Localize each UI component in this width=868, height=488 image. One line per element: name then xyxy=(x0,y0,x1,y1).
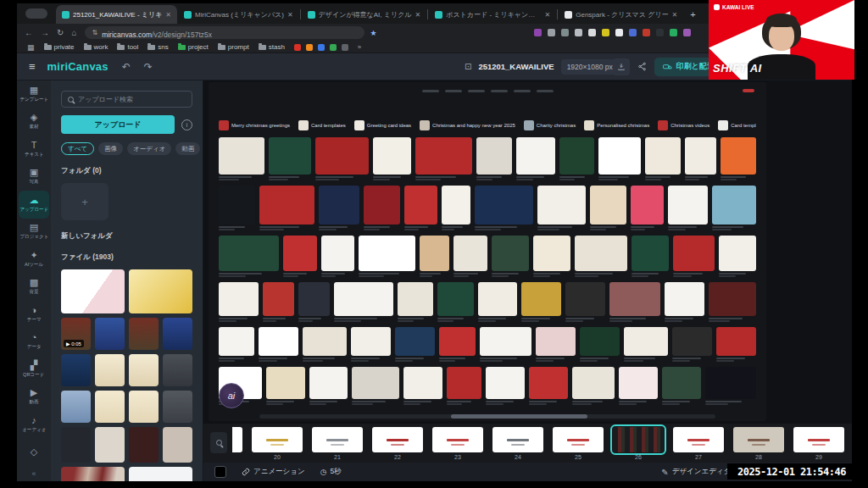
card-result[interactable] xyxy=(672,327,712,362)
page-thumbnail[interactable]: 22 xyxy=(372,427,423,460)
share-button[interactable] xyxy=(637,59,647,75)
move-to-folder-icon[interactable]: ⊡ xyxy=(465,62,471,71)
page-thumbnail[interactable]: 24 xyxy=(492,427,543,460)
tab-close-icon[interactable]: ✕ xyxy=(287,11,293,19)
page-thumbnail[interactable]: 28 xyxy=(733,427,784,460)
card-result[interactable] xyxy=(219,236,279,277)
uploaded-file-tile[interactable] xyxy=(163,354,192,386)
page-thumbnail[interactable]: 27 xyxy=(673,427,724,460)
sidebar-item-video[interactable]: ▶動画 xyxy=(17,384,51,412)
card-result[interactable] xyxy=(259,186,314,230)
redo-button[interactable]: ↷ xyxy=(144,61,153,73)
filter-chip[interactable]: すべて xyxy=(61,142,94,155)
card-result[interactable] xyxy=(269,137,311,180)
card-result[interactable] xyxy=(442,186,471,230)
card-result[interactable] xyxy=(598,137,641,180)
search-input[interactable] xyxy=(78,96,180,103)
page-thumbnail[interactable]: 25 xyxy=(553,427,604,460)
uploaded-file-tile[interactable] xyxy=(129,391,159,423)
bookmark-item[interactable]: work xyxy=(84,43,108,51)
card-result[interactable] xyxy=(319,186,359,230)
card-result[interactable] xyxy=(395,327,435,362)
card-result[interactable] xyxy=(478,282,518,322)
card-result[interactable] xyxy=(580,327,620,362)
sidebar-item-background[interactable]: ▩背景 xyxy=(17,274,51,302)
card-result[interactable] xyxy=(334,282,393,322)
card-result[interactable] xyxy=(521,282,561,322)
ai-assistant-button[interactable]: ai xyxy=(219,383,244,408)
bookmark-favicon-icon[interactable] xyxy=(330,44,337,51)
uploaded-file-tile[interactable] xyxy=(163,427,192,463)
browser-tab[interactable]: デザインが得意なAI, ミリクル✕ xyxy=(302,5,427,24)
menu-icon[interactable]: ≡ xyxy=(29,60,36,73)
uploaded-file-tile[interactable] xyxy=(61,354,91,386)
card-result[interactable] xyxy=(476,137,512,180)
bookmarks-overflow-icon[interactable]: » xyxy=(358,43,361,51)
back-icon[interactable]: ← xyxy=(25,28,33,37)
page-thumbnail[interactable]: 20 xyxy=(252,427,303,460)
bookmark-item[interactable]: sns xyxy=(147,43,168,51)
page-thumbnail[interactable]: 29 xyxy=(793,427,844,460)
uploaded-file-tile[interactable] xyxy=(61,269,125,313)
forward-icon[interactable]: → xyxy=(41,28,49,37)
card-result[interactable] xyxy=(415,137,472,180)
result-filter-chip[interactable]: Greeting card ideas xyxy=(354,120,411,130)
reload-icon[interactable]: ↻ xyxy=(57,28,64,37)
tab-close-icon[interactable]: ✕ xyxy=(415,11,421,19)
uploaded-file-tile[interactable] xyxy=(95,391,125,423)
bookmark-favicon-icon[interactable] xyxy=(318,44,325,51)
card-result[interactable] xyxy=(705,367,756,405)
uploaded-file-tile[interactable] xyxy=(163,391,192,423)
collapse-rail-button[interactable]: « xyxy=(17,466,51,481)
page-thumbnail[interactable]: 23 xyxy=(432,427,483,460)
filter-chip[interactable]: オーディオ xyxy=(127,142,171,155)
sidebar-item-upload[interactable]: ☁アップロード xyxy=(19,191,49,219)
upload-button[interactable]: アップロード xyxy=(61,115,175,134)
sidebar-item-qr-code[interactable]: ▞QRコード xyxy=(17,356,51,384)
card-result[interactable] xyxy=(486,367,525,405)
horizontal-scrollbar[interactable] xyxy=(259,414,715,419)
uploaded-file-tile[interactable] xyxy=(95,427,125,463)
card-result[interactable] xyxy=(719,236,756,277)
sidebar-item-projects[interactable]: ▤プロジェクト xyxy=(17,219,51,247)
card-result[interactable] xyxy=(359,236,415,277)
card-result[interactable] xyxy=(219,137,264,180)
browser-tab[interactable]: 251201_KAWAILIVE - ミリキ✕ xyxy=(56,5,177,24)
sidebar-item-templates[interactable]: ▦テンプレート xyxy=(17,80,51,108)
browser-tab[interactable]: MiriCanvas (ミリキャンバス)✕ xyxy=(178,5,299,24)
card-result[interactable] xyxy=(665,282,704,322)
sidebar-item-theme[interactable]: ◑テーマ xyxy=(17,301,51,329)
uploaded-file-tile[interactable] xyxy=(129,318,159,350)
card-result[interactable] xyxy=(632,236,669,277)
home-icon[interactable]: ⌂ xyxy=(71,28,76,37)
card-result[interactable] xyxy=(404,186,437,230)
card-result[interactable] xyxy=(309,367,348,405)
sidebar-item-text[interactable]: Tテキスト xyxy=(17,136,51,164)
card-result[interactable] xyxy=(420,236,449,277)
sidebar-item-favorites[interactable]: ◇ xyxy=(17,439,51,467)
design-editor-button[interactable]: ✎ デザインエディタ xyxy=(661,467,731,477)
result-filter-chip[interactable]: Christmas videos xyxy=(658,120,709,130)
uploaded-file-tile[interactable] xyxy=(129,467,192,481)
card-result[interactable] xyxy=(315,137,368,180)
result-filter-chip[interactable]: Card templates xyxy=(298,120,346,130)
bookmark-item[interactable]: private xyxy=(44,43,75,51)
card-result[interactable] xyxy=(575,236,627,277)
card-result[interactable] xyxy=(673,236,715,277)
uploaded-file-tile[interactable] xyxy=(129,269,192,313)
upload-search[interactable] xyxy=(61,91,192,108)
extension-icon[interactable] xyxy=(615,29,623,36)
card-result[interactable] xyxy=(219,327,254,362)
animation-button[interactable]: アニメーション xyxy=(242,467,305,477)
undo-button[interactable]: ↶ xyxy=(122,61,131,73)
card-result[interactable] xyxy=(266,367,305,405)
card-result[interactable] xyxy=(559,137,595,180)
tab-close-icon[interactable]: ✕ xyxy=(672,11,678,19)
sidebar-item-data[interactable]: ◔データ xyxy=(17,329,51,357)
uploaded-file-tile[interactable] xyxy=(61,391,91,423)
bookmark-item[interactable]: tool xyxy=(117,43,138,51)
filter-chip[interactable]: 動画 xyxy=(175,142,200,155)
card-result[interactable] xyxy=(537,186,585,230)
extension-icon[interactable] xyxy=(683,29,691,36)
card-result[interactable] xyxy=(609,282,661,322)
